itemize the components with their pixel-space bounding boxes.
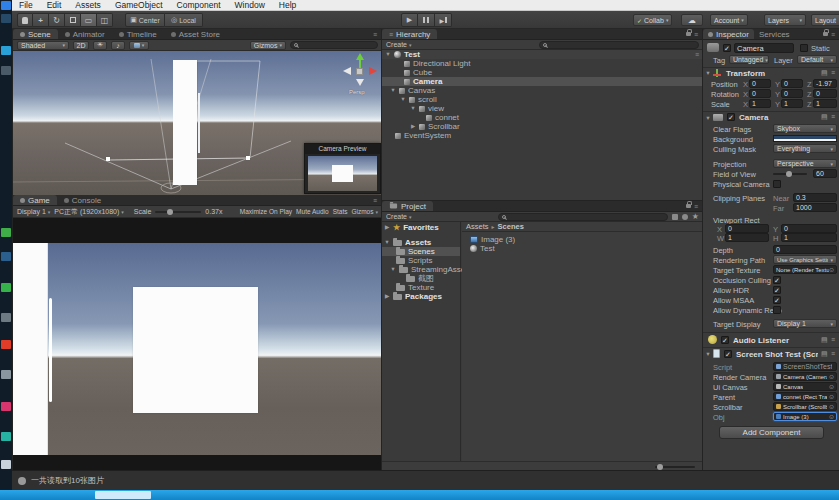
script-field[interactable]: ScreenShotTest [773, 362, 837, 371]
fov-field[interactable]: 60 [813, 169, 837, 178]
script-component-title[interactable]: Screen Shot Test (Scrip [736, 350, 818, 359]
scene-search-input[interactable] [290, 41, 378, 49]
presets-icon[interactable]: ▤ [821, 113, 828, 121]
hierarchy-item-canvas[interactable]: ▼ Canvas [382, 86, 703, 95]
foldout-open-icon[interactable]: ▼ [390, 86, 396, 95]
hierarchy-search-input[interactable] [539, 41, 699, 49]
pause-button[interactable] [418, 13, 435, 27]
hierarchy-item-test[interactable]: ▼ Test ≡ [382, 50, 703, 59]
desktop-icon[interactable] [1, 340, 11, 349]
project-search-input[interactable] [498, 213, 668, 221]
breadcrumb-root[interactable]: Assets [466, 222, 489, 232]
projection-dropdown[interactable]: Perspective▾ [773, 159, 837, 168]
lock-icon[interactable] [823, 32, 828, 36]
gameobject-name-field[interactable]: Camera [734, 43, 794, 53]
object-picker-icon[interactable]: ⊙ [829, 413, 834, 420]
project-item-image[interactable]: Image (3) [462, 235, 703, 244]
camera-enabled-checkbox[interactable]: ✓ [727, 113, 735, 121]
gizmo-center-cube[interactable] [356, 68, 363, 75]
ui-canvas-field[interactable]: Canvas ⊙ [773, 382, 837, 391]
tab-timeline[interactable]: Timeline [112, 29, 164, 39]
component-menu-icon[interactable]: ≡ [831, 69, 835, 76]
menu-window[interactable]: Window [228, 0, 272, 10]
lock-icon[interactable] [686, 32, 691, 36]
panel-menu-icon[interactable]: ≡ [373, 31, 377, 38]
foldout-open-icon[interactable]: ▼ [390, 265, 396, 274]
lock-icon[interactable] [686, 204, 691, 208]
foldout-closed-icon[interactable]: ▶ [384, 223, 390, 232]
foldout-closed-icon[interactable]: ▶ [384, 292, 390, 301]
menu-assets[interactable]: Assets [68, 0, 108, 10]
desktop-icon[interactable] [1, 283, 11, 292]
presets-icon[interactable]: ▤ [821, 350, 828, 358]
scene-audio-button[interactable]: ♪ [111, 41, 125, 50]
scene-ui-plane[interactable] [173, 60, 197, 185]
component-menu-icon[interactable]: ≡ [831, 113, 835, 120]
object-picker-icon[interactable]: ⊙ [829, 266, 834, 273]
desktop-icon[interactable] [1, 402, 11, 411]
project-folder-screenshots[interactable]: 截图 [382, 274, 460, 283]
hierarchy-item-cube[interactable]: Cube [382, 68, 703, 77]
foldout-open-icon[interactable]: ▼ [705, 115, 711, 121]
scene-scrollbar-plane[interactable] [198, 93, 200, 153]
maximize-on-play-button[interactable]: Maximize On Play [240, 208, 292, 215]
icon-size-slider[interactable] [655, 466, 695, 468]
mute-audio-button[interactable]: Mute Audio [296, 208, 329, 215]
toggle-2d-button[interactable]: 2D [73, 41, 89, 50]
tab-scene[interactable]: Scene [13, 29, 58, 39]
depth-field[interactable]: 0 [773, 245, 837, 254]
desktop-icon[interactable] [1, 66, 11, 75]
search-by-type-icon[interactable] [672, 214, 678, 220]
layer-dropdown[interactable]: Default▾ [797, 55, 837, 64]
pivot-center-button[interactable]: ▣ Center [125, 13, 165, 27]
far-field[interactable]: 1000 [793, 203, 837, 212]
cloud-button[interactable]: ☁ [681, 14, 703, 26]
desktop-icon[interactable] [1, 432, 11, 441]
hierarchy-item-view[interactable]: ▼ view [382, 104, 703, 113]
game-gizmos-dropdown[interactable]: Gizmos ▾ [351, 208, 378, 215]
tab-game[interactable]: Game [13, 195, 57, 205]
rect-handle[interactable] [106, 157, 110, 161]
tab-console[interactable]: Console [57, 195, 108, 205]
object-picker-icon[interactable]: ⊙ [829, 393, 834, 400]
foldout-open-icon[interactable]: ▼ [400, 95, 406, 104]
desktop-icon[interactable] [1, 228, 11, 237]
scrollbar-field[interactable]: Scrollbar (Scrollb ⊙ [773, 402, 837, 411]
scale-tool-button[interactable] [65, 13, 81, 27]
status-message[interactable]: 一共读取到10张图片 [31, 475, 104, 486]
foldout-open-icon[interactable]: ▼ [385, 50, 391, 59]
object-picker-icon[interactable]: ⊙ [829, 383, 834, 390]
menu-gameobject[interactable]: GameObject [108, 0, 170, 10]
project-folder-favorites[interactable]: ▶ ★ Favorites [382, 223, 460, 232]
hierarchy-item-scrollbar[interactable]: ▶ Scrollbar [382, 122, 703, 131]
rotation-y-field[interactable]: 0 [781, 89, 803, 98]
menu-component[interactable]: Component [170, 0, 228, 10]
menu-help[interactable]: Help [272, 0, 303, 10]
object-picker-icon[interactable]: ⊙ [829, 403, 834, 410]
foldout-open-icon[interactable]: ▼ [705, 351, 711, 357]
project-folder-packages[interactable]: ▶ Packages [382, 292, 460, 301]
allow-hdr-checkbox[interactable]: ✓ [773, 286, 781, 294]
project-folder-scenes[interactable]: Scenes [382, 247, 460, 256]
scene-effects-dropdown[interactable]: ▾ [129, 41, 149, 50]
fov-slider-knob[interactable] [786, 171, 792, 177]
foldout-open-icon[interactable]: ▼ [705, 70, 711, 76]
desktop-icon[interactable] [1, 460, 11, 469]
search-by-label-icon[interactable] [682, 214, 688, 220]
save-search-icon[interactable]: ★ [692, 214, 699, 220]
menu-file[interactable]: File [12, 0, 40, 10]
occlusion-culling-checkbox[interactable]: ✓ [773, 276, 781, 284]
tab-inspector[interactable]: Inspector [703, 29, 754, 39]
scale-y-field[interactable]: 1 [781, 99, 803, 108]
scale-x-field[interactable]: 1 [749, 99, 771, 108]
hierarchy-create-dropdown[interactable]: Create ▾ [386, 41, 412, 48]
account-dropdown[interactable]: Account ▾ [710, 14, 748, 26]
viewport-x-field[interactable]: 0 [725, 224, 769, 233]
rotation-x-field[interactable]: 0 [749, 89, 771, 98]
hierarchy-item-scroll[interactable]: ▼ scroll [382, 95, 703, 104]
tab-asset-store[interactable]: Asset Store [164, 29, 227, 39]
game-viewport[interactable] [13, 218, 382, 470]
target-display-dropdown[interactable]: Display 1▾ [773, 319, 837, 328]
menu-edit[interactable]: Edit [40, 0, 69, 10]
transform-title[interactable]: Transform [726, 69, 765, 78]
